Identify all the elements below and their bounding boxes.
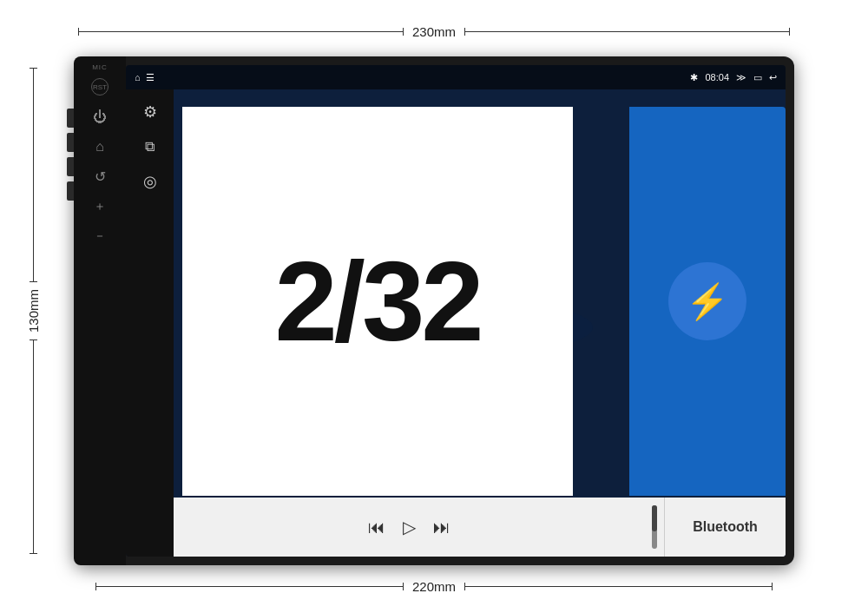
- rst-label: RST: [93, 83, 107, 91]
- home-icon[interactable]: ⌂: [95, 139, 104, 155]
- bluetooth-label-area: Bluetooth: [664, 498, 786, 557]
- status-left: ⌂ ☰: [135, 72, 155, 83]
- memory-spec-text: 2/32: [274, 236, 480, 366]
- android-home-icon: ⌂: [135, 72, 141, 82]
- sidebar-icon-nav[interactable]: ◎: [143, 172, 157, 191]
- dim-left-label: 130mm: [26, 282, 41, 339]
- next-button[interactable]: ⏭: [433, 517, 450, 537]
- device-unit: MIC RST ⏻ ⌂ ↺ ＋ － ⌂ ☰ ✱ 08:04 ≫ ▭ ↩: [74, 56, 794, 565]
- sidebar-icon-settings[interactable]: ⚙: [143, 102, 157, 122]
- media-controls: ⏮ ▷ ⏭: [174, 517, 645, 537]
- bluetooth-icon: ⚡: [686, 281, 729, 322]
- side-btn-2[interactable]: [67, 133, 74, 152]
- side-btn-4[interactable]: [67, 181, 74, 201]
- sidebar-icon-apps[interactable]: ⧉: [145, 139, 155, 155]
- play-button[interactable]: ▷: [403, 517, 416, 537]
- dimension-bottom: 220mm: [95, 579, 773, 594]
- right-bluetooth-panel: ⚡: [629, 107, 786, 496]
- status-bar: ⌂ ☰ ✱ 08:04 ≫ ▭ ↩: [126, 65, 786, 89]
- left-button-strip: MIC RST ⏻ ⌂ ↺ ＋ －: [74, 56, 126, 565]
- progress-bar[interactable]: [652, 505, 657, 549]
- vol-up-icon[interactable]: ＋: [94, 199, 106, 214]
- signal-icon: ≫: [736, 72, 746, 83]
- screen: ⌂ ☰ ✱ 08:04 ≫ ▭ ↩ ⚙ ⧉ ◎: [126, 65, 786, 557]
- dimension-top: 230mm: [78, 24, 790, 39]
- side-btn-1[interactable]: [67, 109, 74, 128]
- prev-button[interactable]: ⏮: [368, 517, 385, 537]
- back-icon[interactable]: ↺: [95, 168, 106, 185]
- bluetooth-circle: ⚡: [668, 262, 746, 340]
- side-buttons: [67, 109, 74, 201]
- power-icon[interactable]: ⏻: [93, 109, 107, 125]
- bluetooth-label: Bluetooth: [693, 519, 758, 535]
- mic-label: MIC: [92, 63, 108, 71]
- rst-button[interactable]: RST: [91, 78, 108, 96]
- dimension-left: 130mm: [26, 68, 41, 554]
- dim-top-label: 230mm: [404, 24, 464, 39]
- back-nav-icon: ↩: [769, 72, 777, 83]
- vol-down-icon[interactable]: －: [94, 228, 106, 244]
- dim-bottom-label: 220mm: [404, 579, 464, 594]
- bluetooth-status-icon: ✱: [690, 72, 698, 83]
- side-btn-3[interactable]: [67, 157, 74, 176]
- memory-spec-overlay: 2/32: [182, 107, 573, 496]
- bottom-control-bar: ⏮ ▷ ⏭ Bluetooth: [174, 498, 786, 557]
- status-right: ✱ 08:04 ≫ ▭ ↩: [690, 72, 777, 83]
- app-sidebar: ⚙ ⧉ ◎: [126, 89, 174, 557]
- menu-icon: ☰: [146, 72, 155, 83]
- status-time: 08:04: [705, 72, 729, 82]
- window-icon: ▭: [753, 72, 762, 83]
- main-content: ⚡ 2/32 ⏮ ▷ ⏭ Bluetooth: [174, 89, 786, 557]
